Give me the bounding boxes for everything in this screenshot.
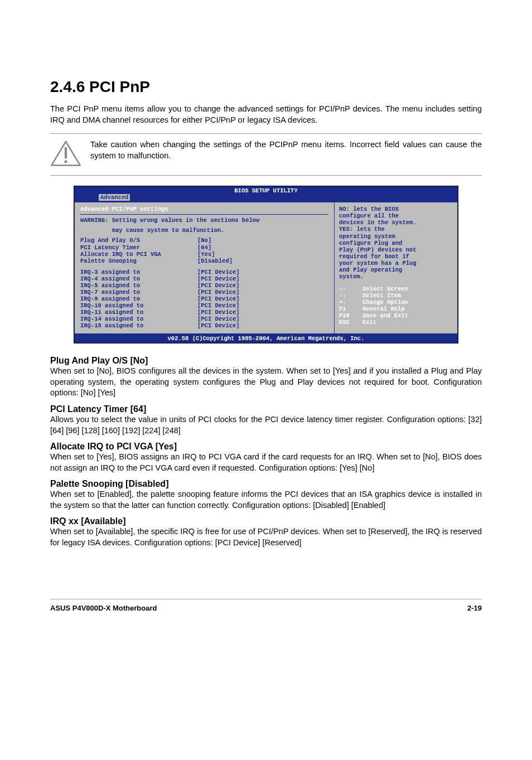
bios-help-line: system.: [339, 273, 453, 280]
footer-product: ASUS P4V800D-X Motherboard: [50, 604, 157, 612]
section-heading: 2.4.6 PCI PnP: [50, 78, 482, 96]
option-body: When set to [No], BIOS configures all th…: [50, 366, 482, 399]
option-block: PCI Latency Timer [64] Allows you to sel…: [50, 404, 482, 436]
bios-setting-value: [Yes]: [197, 251, 215, 258]
bios-setting-row[interactable]: Palette Snooping[Disabled]: [80, 258, 328, 264]
bios-setting-label: PCI Latency Timer: [80, 244, 197, 251]
bios-setting-row[interactable]: Plug And Play O/S[No]: [80, 237, 328, 244]
bios-irq-row[interactable]: IRQ-5 assigned to[PCI Device]: [80, 282, 328, 289]
bios-help-line: your system has a Plug: [339, 260, 453, 267]
bios-setting-value: [Disabled]: [197, 258, 233, 264]
bios-nav-line: +-Change Option: [339, 299, 453, 306]
bios-nav-line: F1General Help: [339, 306, 453, 312]
option-title: Palette Snooping [Disabled]: [50, 479, 482, 489]
bios-irq-value: [PCI Device]: [197, 309, 240, 316]
bios-setting-value: [64]: [197, 244, 211, 251]
option-title: Plug And Play O/S [No]: [50, 356, 482, 366]
option-body: When set to [Yes], BIOS assigns an IRQ t…: [50, 452, 482, 473]
svg-point-2: [64, 160, 67, 163]
bios-help-line: Play (PnP) devices not: [339, 246, 453, 253]
bios-setting-value: [No]: [197, 237, 211, 244]
option-block: Allocate IRQ to PCI VGA [Yes] When set t…: [50, 442, 482, 473]
bios-nav-line: ESCExit: [339, 319, 453, 326]
option-block: Plug And Play O/S [No] When set to [No],…: [50, 356, 482, 399]
bios-irq-row[interactable]: IRQ-11 assigned to[PCI Device]: [80, 309, 328, 316]
bios-irq-value: [PCI Device]: [197, 282, 240, 289]
bios-warning-l1: WARNING: Setting wrong values in the sec…: [80, 217, 328, 224]
bios-irq-label: IRQ-4 assigned to: [80, 275, 197, 282]
bios-irq-value: [PCI Device]: [197, 289, 240, 296]
bios-help-line: configure all the: [339, 212, 453, 219]
option-block: Palette Snooping [Disabled] When set to …: [50, 479, 482, 511]
option-title: Allocate IRQ to PCI VGA [Yes]: [50, 442, 482, 452]
bios-setting-row[interactable]: Allocate IRQ to PCI VGA[Yes]: [80, 251, 328, 258]
bios-irq-row[interactable]: IRQ-10 assigned to[PCI Device]: [80, 302, 328, 309]
bios-setting-row[interactable]: PCI Latency Timer[64]: [80, 244, 328, 251]
bios-nav-line: F10Save and Exit: [339, 312, 453, 319]
bios-help-line: required for boot if: [339, 253, 453, 260]
bios-irq-label: IRQ-3 assigned to: [80, 269, 197, 275]
bios-tab-row: Advanced: [74, 194, 458, 202]
bios-irq-value: [PCI Device]: [197, 322, 240, 329]
bios-irq-row[interactable]: IRQ-4 assigned to[PCI Device]: [80, 275, 328, 282]
bios-help-line: configure Plug and: [339, 240, 453, 246]
bios-footer: v02.58 (C)Copyright 1985-2004, American …: [74, 334, 458, 343]
bios-irq-row[interactable]: IRQ-3 assigned to[PCI Device]: [80, 269, 328, 275]
bios-screenshot: BIOS SETUP UTILITY Advanced Advanced PCI…: [74, 186, 458, 343]
bios-subtitle: Advanced PCI/PnP settings: [80, 206, 328, 212]
bios-irq-label: IRQ-7 assigned to: [80, 289, 197, 296]
footer-page-number: 2-19: [467, 604, 482, 612]
bios-irq-row[interactable]: IRQ-15 assigned to[PCI Device]: [80, 322, 328, 329]
caution-icon: [50, 139, 83, 170]
caution-box: Take caution when changing the settings …: [50, 133, 482, 176]
bios-tab-advanced[interactable]: Advanced: [99, 194, 130, 201]
bios-help-pane: NO: lets the BIOS configure all the devi…: [334, 202, 458, 334]
bios-nav-line: ←→Select Screen: [339, 285, 453, 292]
bios-title: BIOS SETUP UTILITY: [74, 186, 458, 194]
bios-irq-value: [PCI Device]: [197, 302, 240, 309]
bios-irq-label: IRQ-9 assigned to: [80, 296, 197, 302]
option-block: IRQ xx [Available] When set to [Availabl…: [50, 516, 482, 548]
bios-irq-label: IRQ-15 assigned to: [80, 322, 197, 329]
bios-irq-label: IRQ-10 assigned to: [80, 302, 197, 309]
bios-help-line: devices in the system.: [339, 219, 453, 226]
bios-setting-label: Allocate IRQ to PCI VGA: [80, 251, 197, 258]
option-body: When set to [Available], the specific IR…: [50, 526, 482, 548]
bios-setting-label: Palette Snooping: [80, 258, 197, 264]
bios-irq-row[interactable]: IRQ-7 assigned to[PCI Device]: [80, 289, 328, 296]
option-body: Allows you to select the value in units …: [50, 414, 482, 436]
bios-warning-l2: may cause system to malfunction.: [80, 227, 328, 234]
bios-nav-line: ↑↓Select Item: [339, 292, 453, 299]
option-body: When set to [Enabled], the palette snoop…: [50, 489, 482, 511]
bios-help-line: NO: lets the BIOS: [339, 206, 453, 212]
bios-irq-row[interactable]: IRQ-14 assigned to[PCI Device]: [80, 316, 328, 322]
bios-help-line: operating system: [339, 233, 453, 240]
bios-help-line: and Play operating: [339, 267, 453, 273]
bios-left-pane: Advanced PCI/PnP settings WARNING: Setti…: [74, 202, 334, 334]
option-title: IRQ xx [Available]: [50, 516, 482, 526]
bios-nav-help: ←→Select Screen ↑↓Select Item +-Change O…: [339, 285, 453, 326]
bios-irq-row[interactable]: IRQ-9 assigned to[PCI Device]: [80, 296, 328, 302]
bios-irq-label: IRQ-14 assigned to: [80, 316, 197, 322]
bios-irq-label: IRQ-11 assigned to: [80, 309, 197, 316]
intro-paragraph: The PCI PnP menu items allow you to chan…: [50, 104, 482, 125]
bios-help-line: YES: lets the: [339, 226, 453, 233]
page-footer: ASUS P4V800D-X Motherboard 2-19: [50, 599, 482, 612]
caution-text: Take caution when changing the settings …: [90, 139, 482, 161]
bios-setting-label: Plug And Play O/S: [80, 237, 197, 244]
bios-irq-value: [PCI Device]: [197, 269, 240, 275]
bios-irq-value: [PCI Device]: [197, 275, 240, 282]
bios-irq-value: [PCI Device]: [197, 296, 240, 302]
bios-irq-value: [PCI Device]: [197, 316, 240, 322]
option-title: PCI Latency Timer [64]: [50, 404, 482, 414]
bios-irq-label: IRQ-5 assigned to: [80, 282, 197, 289]
